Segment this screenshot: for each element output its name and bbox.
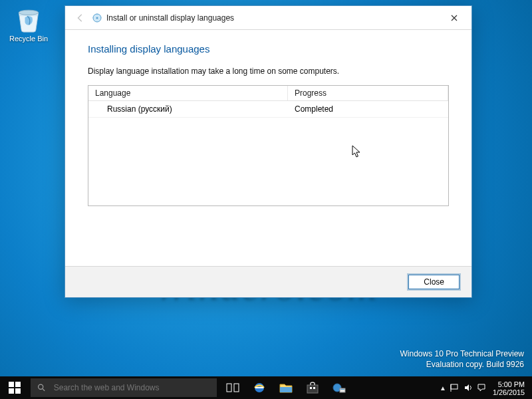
- mouse-cursor-icon: [352, 145, 362, 158]
- running-app-icon[interactable]: [326, 376, 352, 399]
- recycle-bin-label: Recycle Bin: [5, 35, 52, 43]
- build-line-2: Evaluation copy. Build 9926: [400, 359, 524, 370]
- explorer-button[interactable]: [273, 376, 299, 399]
- folder-icon: [279, 380, 293, 395]
- network-flag-icon[interactable]: [450, 383, 460, 392]
- store-icon: [305, 380, 320, 395]
- desktop: Winaero.com Recycle Bin Windows 10 Pro T…: [0, 0, 532, 399]
- svg-rect-18: [340, 388, 345, 392]
- start-button[interactable]: [0, 376, 29, 399]
- svg-rect-4: [15, 382, 21, 387]
- svg-line-8: [43, 389, 45, 391]
- build-line-1: Windows 10 Pro Technical Preview: [400, 348, 524, 359]
- svg-rect-13: [280, 387, 292, 392]
- desktop-build-info: Windows 10 Pro Technical Preview Evaluat…: [400, 348, 524, 370]
- col-progress[interactable]: Progress: [288, 86, 448, 100]
- dialog-title: Install or uninstall display languages: [106, 13, 234, 23]
- dialog-content: Installing display languages Display lan…: [65, 30, 471, 266]
- install-languages-dialog: Install or uninstall display languages I…: [65, 5, 472, 298]
- ie-icon: [252, 380, 267, 395]
- svg-point-7: [39, 384, 43, 389]
- windows-logo-icon: [9, 382, 21, 394]
- table-body: Russian (русский) Completed: [88, 101, 448, 118]
- close-dialog-button[interactable]: Close: [408, 275, 460, 289]
- action-center-icon[interactable]: [477, 383, 486, 392]
- search-icon: [37, 383, 46, 392]
- dialog-footer: Close: [65, 266, 471, 297]
- task-view-icon: [225, 380, 240, 395]
- svg-rect-12: [255, 387, 263, 388]
- volume-icon[interactable]: [464, 383, 473, 392]
- language-progress-table: Language Progress Russian (русский) Comp…: [88, 85, 449, 206]
- system-tray: ▲ 5:00 PM 1/26/2015: [436, 376, 532, 399]
- trash-icon: [14, 4, 43, 33]
- store-button[interactable]: [299, 376, 326, 399]
- svg-rect-9: [227, 384, 231, 392]
- recycle-bin-icon[interactable]: Recycle Bin: [5, 4, 52, 43]
- svg-rect-10: [234, 384, 239, 392]
- table-row[interactable]: Russian (русский) Completed: [88, 101, 448, 118]
- svg-rect-19: [340, 389, 344, 390]
- col-language[interactable]: Language: [88, 86, 288, 100]
- taskbar: ▲ 5:00 PM 1/26/2015: [0, 376, 532, 399]
- globe-cd-icon: [92, 13, 102, 23]
- svg-point-0: [19, 10, 38, 15]
- clock-date: 1/26/2015: [493, 388, 525, 396]
- taskbar-search[interactable]: [31, 378, 217, 397]
- taskbar-clock[interactable]: 5:00 PM 1/26/2015: [490, 379, 527, 396]
- svg-rect-14: [307, 385, 318, 393]
- svg-rect-16: [313, 387, 315, 389]
- svg-rect-5: [9, 388, 14, 394]
- dialog-note: Display language installation may take a…: [88, 66, 449, 76]
- dialog-titlebar: Install or uninstall display languages: [65, 6, 471, 30]
- search-input[interactable]: [53, 382, 210, 393]
- cell-language: Russian (русский): [88, 101, 288, 117]
- task-view-button[interactable]: [219, 376, 246, 399]
- svg-rect-3: [9, 382, 14, 387]
- svg-point-2: [96, 17, 98, 19]
- svg-rect-6: [15, 388, 21, 394]
- table-header: Language Progress: [88, 86, 448, 101]
- svg-rect-15: [310, 387, 312, 389]
- clock-time: 5:00 PM: [493, 380, 525, 388]
- cell-progress: Completed: [288, 101, 448, 117]
- ie-button[interactable]: [246, 376, 273, 399]
- back-button[interactable]: [74, 12, 86, 24]
- settings-app-icon: [332, 380, 346, 395]
- dialog-heading: Installing display languages: [88, 43, 449, 55]
- close-button[interactable]: [441, 9, 467, 27]
- tray-overflow-chevron-icon[interactable]: ▲: [440, 384, 446, 392]
- svg-rect-20: [451, 384, 458, 389]
